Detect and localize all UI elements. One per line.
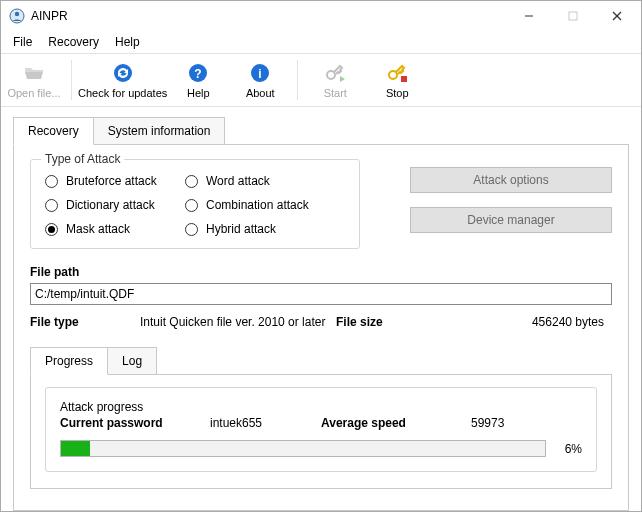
radio-dictionary[interactable]: Dictionary attack [45,198,185,212]
maximize-button[interactable] [551,2,595,30]
progress-bar-fill [61,441,90,456]
device-manager-button[interactable]: Device manager [410,207,612,233]
menu-file[interactable]: File [5,33,40,51]
tab-log[interactable]: Log [108,347,157,374]
radio-mask[interactable]: Mask attack [45,222,185,236]
tab-system-information[interactable]: System information [94,117,226,144]
svg-text:?: ? [195,67,202,81]
file-type-value: Intuit Quicken file ver. 2010 or later [140,315,336,329]
toolbar-separator [71,60,72,100]
app-icon [9,8,25,24]
key-start-icon [323,61,347,85]
svg-marker-12 [340,76,345,82]
radio-combination[interactable]: Combination attack [185,198,345,212]
file-path-input[interactable]: C:/temp/intuit.QDF [30,283,612,305]
about-button[interactable]: i About [229,54,291,106]
check-updates-button[interactable]: Check for updates [78,54,167,106]
open-file-button[interactable]: Open file... [3,54,65,106]
attack-type-fieldset: Type of Attack Bruteforce attack Word at… [30,159,360,249]
refresh-icon [111,61,135,85]
radio-word[interactable]: Word attack [185,174,345,188]
svg-point-1 [15,12,19,16]
folder-open-icon [22,61,46,85]
main-tabs: Recovery System information [13,117,629,144]
help-icon: ? [186,61,210,85]
file-size-label: File size [336,315,416,329]
minimize-button[interactable] [507,2,551,30]
info-icon: i [248,61,272,85]
window-title: AINPR [31,9,507,23]
attack-progress-legend: Attack progress [60,400,143,414]
attack-options-button[interactable]: Attack options [410,167,612,193]
content-area: Recovery System information Type of Atta… [1,107,641,511]
tab-progress[interactable]: Progress [30,347,108,375]
progress-bar [60,440,546,457]
current-password-label: Current password [60,416,210,430]
progress-percent: 6% [554,442,582,456]
file-type-label: File type [30,315,140,329]
file-size-value: 456240 bytes [416,315,612,329]
tab-recovery[interactable]: Recovery [13,117,94,145]
average-speed-value: 59973 [471,416,582,430]
attack-progress-box: Attack progress Current password intuek6… [45,387,597,472]
stop-button[interactable]: Stop [366,54,428,106]
svg-point-13 [389,71,397,79]
attack-type-legend: Type of Attack [41,152,124,166]
file-path-label: File path [30,265,612,279]
current-password-value: intuek655 [210,416,321,430]
radio-bruteforce[interactable]: Bruteforce attack [45,174,185,188]
menubar: File Recovery Help [1,31,641,53]
help-button[interactable]: ? Help [167,54,229,106]
svg-text:i: i [259,67,262,81]
svg-point-11 [327,71,335,79]
key-stop-icon [385,61,409,85]
average-speed-label: Average speed [321,416,471,430]
svg-rect-14 [401,76,407,82]
svg-point-6 [114,64,132,82]
close-button[interactable] [595,2,639,30]
progress-panel: Attack progress Current password intuek6… [30,374,612,489]
toolbar-separator [297,60,298,100]
radio-hybrid[interactable]: Hybrid attack [185,222,345,236]
menu-recovery[interactable]: Recovery [40,33,107,51]
recovery-panel: Type of Attack Bruteforce attack Word at… [13,144,629,511]
menu-help[interactable]: Help [107,33,148,51]
toolbar: Open file... Check for updates ? Help i … [1,53,641,107]
titlebar: AINPR [1,1,641,31]
svg-rect-3 [569,12,577,20]
start-button[interactable]: Start [304,54,366,106]
app-window: AINPR File Recovery Help Open file... Ch… [0,0,642,512]
